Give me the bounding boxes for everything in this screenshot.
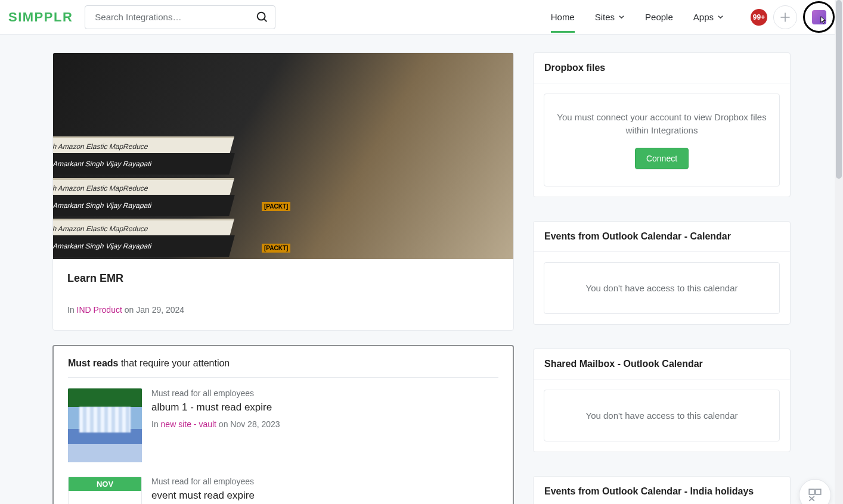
nav-people[interactable]: People <box>645 1 673 33</box>
profile-avatar-button[interactable] <box>803 1 835 33</box>
must-read-badge: Must read for all employees <box>151 477 498 486</box>
calendar-month: NOV <box>69 477 141 491</box>
widget-content: You don't have access to this calendar <box>544 390 780 441</box>
book-spine: h Amazon Elastic MapReduce <box>53 178 234 196</box>
must-read-title: event must read expire <box>151 490 498 502</box>
nav-apps-label: Apps <box>693 12 714 22</box>
add-button[interactable] <box>773 5 797 29</box>
widget-dropbox-files: Dropbox files You must connect your acco… <box>533 52 791 197</box>
right-column: Dropbox files You must connect your acco… <box>533 52 791 504</box>
nav-sites[interactable]: Sites <box>595 1 625 33</box>
must-read-item[interactable]: Must read for all employees album 1 - mu… <box>68 388 498 462</box>
primary-nav: Home Sites People Apps <box>551 1 724 33</box>
must-reads-section: Must reads that require your attention M… <box>52 345 514 504</box>
must-read-title: album 1 - must read expire <box>151 402 498 413</box>
search-field-wrap[interactable] <box>85 5 275 29</box>
nav-apps[interactable]: Apps <box>693 1 724 33</box>
svg-rect-2 <box>809 489 814 494</box>
featured-date: Jan 29, 2024 <box>136 305 184 315</box>
chevron-down-icon <box>618 14 625 20</box>
search-input[interactable] <box>95 12 249 22</box>
scrollbar-thumb[interactable] <box>836 0 842 179</box>
widget-message: You don't have access to this calendar <box>556 410 767 421</box>
notification-count: 99+ <box>753 13 765 21</box>
widget-outlook-calendar: Events from Outlook Calendar - Calendar … <box>533 221 791 325</box>
widget-content: You don't have access to this calendar <box>544 262 780 314</box>
svg-line-1 <box>264 18 267 21</box>
widget-title: Events from Outlook Calendar - Calendar <box>534 222 790 252</box>
scrollbar[interactable] <box>835 0 843 504</box>
notification-badge[interactable]: 99+ <box>751 9 767 26</box>
widget-title: Dropbox files <box>534 53 790 83</box>
must-reads-heading: Must reads that require your attention <box>68 358 498 369</box>
connect-button[interactable]: Connect <box>635 148 689 169</box>
floating-launcher-button[interactable] <box>799 479 831 504</box>
nav-home-label: Home <box>551 12 575 22</box>
widget-content: You must connect your account to view Dr… <box>544 94 780 186</box>
widget-message: You must connect your account to view Dr… <box>556 111 767 137</box>
page-body: h Amazon Elastic MapReduce Amarkant Sing… <box>52 52 791 504</box>
must-read-item[interactable]: NOV 28 Must read for all employees event… <box>68 477 498 504</box>
widget-shared-mailbox: Shared Mailbox - Outlook Calendar You do… <box>533 349 791 452</box>
widget-title: Shared Mailbox - Outlook Calendar <box>534 349 790 379</box>
svg-rect-3 <box>816 489 821 494</box>
logo-text: SIMPPLR <box>8 10 73 24</box>
must-read-calendar-badge: NOV 28 <box>68 477 142 504</box>
calendar-day: 28 <box>69 491 141 504</box>
must-read-meta: In new site - vault on Nov 28, 2023 <box>151 419 498 429</box>
divider <box>68 377 498 378</box>
book-spine: Amarkant Singh Vijay Rayapati <box>53 153 235 175</box>
logo[interactable]: SIMPPLR <box>8 10 73 25</box>
featured-body: Learn EMR In IND Product on Jan 29, 2024 <box>53 259 513 330</box>
search-icon[interactable] <box>256 11 269 24</box>
featured-title: Learn EMR <box>67 272 499 285</box>
featured-meta: In IND Product on Jan 29, 2024 <box>67 305 499 315</box>
left-column: h Amazon Elastic MapReduce Amarkant Sing… <box>52 52 514 504</box>
featured-article-card[interactable]: h Amazon Elastic MapReduce Amarkant Sing… <box>52 52 514 331</box>
packt-logo: [PACKT] <box>262 244 290 253</box>
book-spine: h Amazon Elastic MapReduce <box>53 136 234 154</box>
book-spine: h Amazon Elastic MapReduce <box>53 219 234 237</box>
header-right-controls: 99+ <box>751 1 835 33</box>
widget-title: Events from Outlook Calendar - India hol… <box>534 477 790 505</box>
featured-site-link[interactable]: IND Product <box>77 305 122 315</box>
app-header: SIMPPLR Home Sites People Apps 99+ <box>0 0 843 35</box>
packt-logo: [PACKT] <box>262 202 290 211</box>
launcher-icon <box>807 487 823 503</box>
book-spine: Amarkant Singh Vijay Rayapati <box>53 235 235 257</box>
featured-image: h Amazon Elastic MapReduce Amarkant Sing… <box>53 53 513 259</box>
svg-point-0 <box>258 12 265 20</box>
nav-home[interactable]: Home <box>551 1 575 33</box>
nav-people-label: People <box>645 12 673 22</box>
widget-message: You don't have access to this calendar <box>556 283 767 293</box>
must-read-badge: Must read for all employees <box>151 388 498 398</box>
book-spine: Amarkant Singh Vijay Rayapati <box>53 195 235 216</box>
pointer-cursor-icon <box>817 15 829 27</box>
must-read-date: Nov 28, 2023 <box>230 419 280 429</box>
nav-sites-label: Sites <box>595 12 615 22</box>
chevron-down-icon <box>717 14 724 20</box>
plus-icon <box>780 12 791 23</box>
must-read-site-link[interactable]: new site - vault <box>161 419 216 429</box>
widget-india-holidays: Events from Outlook Calendar - India hol… <box>533 476 791 505</box>
must-read-thumbnail <box>68 388 142 462</box>
